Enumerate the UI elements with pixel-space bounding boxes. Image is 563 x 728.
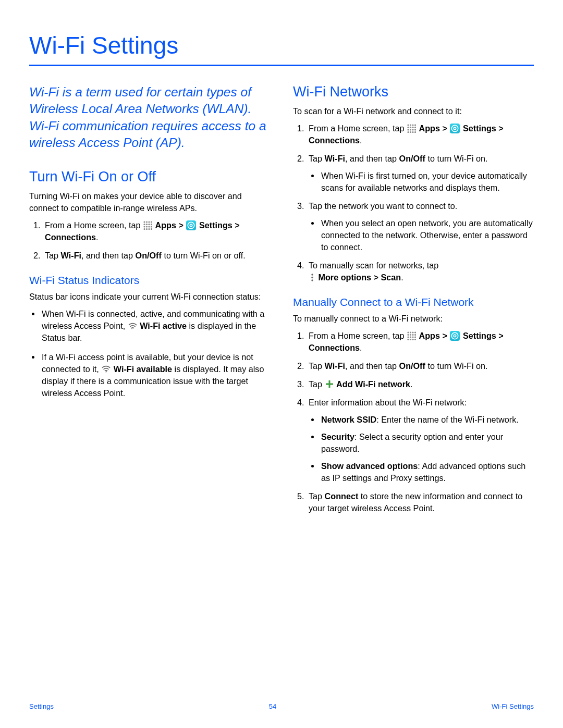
bold: Show advanced options <box>321 461 418 471</box>
list-item: Network SSID: Enter the name of the Wi-F… <box>320 414 534 426</box>
list-item: Security: Select a security option and e… <box>320 431 534 455</box>
paragraph: Turning Wi-Fi on makes your device able … <box>29 190 270 214</box>
two-column-layout: Wi-Fi is a term used for certain types o… <box>29 84 534 521</box>
heading-status-indicators: Wi-Fi Status Indicators <box>29 274 270 287</box>
list-item: When Wi-Fi is connected, active, and com… <box>41 308 270 344</box>
list-item: Tap Connect to store the new information… <box>307 490 534 514</box>
intro-text: Wi-Fi is a term used for certain types o… <box>29 84 270 151</box>
bold: On/Off <box>399 154 425 163</box>
apps-icon <box>143 221 152 230</box>
list-item: Tap Wi-Fi, and then tap On/Off to turn W… <box>43 250 270 262</box>
settings-icon <box>450 331 460 341</box>
text: : Enter the name of the Wi-Fi network. <box>376 415 519 424</box>
page-footer: Settings 54 Wi-Fi Settings <box>29 702 534 710</box>
list-item: Tap Wi-Fi, and then tap On/Off to turn W… <box>307 153 534 194</box>
apps-icon <box>407 124 416 133</box>
footer-left: Settings <box>29 702 54 710</box>
bold: On/Off <box>136 251 162 260</box>
text: Tap <box>309 154 325 163</box>
sub-bullet: When Wi-Fi is first turned on, your devi… <box>309 170 534 194</box>
bullet-list: When Wi-Fi is connected, active, and com… <box>29 308 270 399</box>
text: , and then tap <box>81 251 136 260</box>
bold: Connect <box>325 491 359 501</box>
apps-icon <box>407 331 416 340</box>
list-item: When you select an open network, you are… <box>320 217 534 253</box>
heading-manually-connect: Manually Connect to a Wi-Fi Network <box>293 296 534 309</box>
bold: Wi-Fi <box>325 154 345 163</box>
apps-label: Apps > <box>155 220 186 230</box>
bold: More options > Scan <box>319 273 401 282</box>
bold: Add Wi-Fi network <box>336 379 410 389</box>
text: From a Home screen, tap <box>309 124 407 133</box>
text: , and then tap <box>345 361 399 371</box>
heading-turn-wifi: Turn Wi-Fi On or Off <box>29 169 270 185</box>
text: From a Home screen, tap <box>45 220 143 230</box>
list-item: From a Home screen, tap Apps > Settings … <box>43 219 270 243</box>
paragraph: To scan for a Wi-Fi network and connect … <box>293 105 534 117</box>
sub-bullet: Network SSID: Enter the name of the Wi-F… <box>309 414 534 484</box>
title-divider <box>29 65 534 66</box>
footer-right: Wi-Fi Settings <box>492 702 534 710</box>
list-item: To manually scan for networks, tap More … <box>307 260 534 283</box>
paragraph: Status bar icons indicate your current W… <box>29 291 270 303</box>
right-column: Wi-Fi Networks To scan for a Wi-Fi netwo… <box>293 84 534 521</box>
apps-label: Apps > <box>419 331 450 340</box>
text: Tap <box>309 491 325 501</box>
list-item: When Wi-Fi is first turned on, your devi… <box>320 170 534 194</box>
list-item: Tap Wi-Fi, and then tap On/Off to turn W… <box>307 360 534 372</box>
steps-manual-connect: From a Home screen, tap Apps > Settings … <box>293 330 534 514</box>
bold: Security <box>321 432 354 441</box>
text: To manually scan for networks, tap <box>309 261 438 270</box>
page-title: Wi-Fi Settings <box>29 31 534 59</box>
plus-icon <box>325 379 334 388</box>
list-item: From a Home screen, tap Apps > Settings … <box>307 122 534 146</box>
wifi-available-icon <box>102 365 111 373</box>
text: , and then tap <box>345 154 399 163</box>
text: Tap <box>309 361 325 371</box>
steps-turn-wifi: From a Home screen, tap Apps > Settings … <box>29 219 270 262</box>
bold: Wi-Fi active <box>140 321 187 330</box>
wifi-active-icon <box>128 322 137 329</box>
bold: Wi-Fi <box>325 361 345 371</box>
heading-wifi-networks: Wi-Fi Networks <box>293 84 534 100</box>
settings-icon <box>450 124 460 133</box>
text: From a Home screen, tap <box>309 331 407 340</box>
apps-label: Apps > <box>419 124 450 133</box>
footer-page-number: 54 <box>269 702 276 710</box>
settings-icon <box>186 220 196 230</box>
text: Tap <box>309 379 325 389</box>
text: to turn Wi-Fi on. <box>425 361 488 371</box>
bold: Network SSID <box>321 415 376 424</box>
sub-bullet: When you select an open network, you are… <box>309 217 534 253</box>
bold: On/Off <box>399 361 425 371</box>
text: to turn Wi-Fi on or off. <box>162 251 246 260</box>
list-item: Enter information about the Wi-Fi networ… <box>307 397 534 484</box>
text: Tap <box>45 251 61 260</box>
text: to turn Wi-Fi on. <box>425 154 488 163</box>
list-item: Tap Add Wi-Fi network. <box>307 378 534 390</box>
list-item: Tap the network you want to connect to. … <box>307 200 534 253</box>
bold: Wi-Fi available <box>114 364 172 374</box>
steps-wifi-networks: From a Home screen, tap Apps > Settings … <box>293 122 534 283</box>
list-item: If a Wi-Fi access point is available, bu… <box>41 351 270 399</box>
text: Tap the network you want to connect to. <box>309 201 457 211</box>
more-options-icon <box>309 273 315 282</box>
text: Enter information about the Wi-Fi networ… <box>309 398 467 407</box>
bold: Wi-Fi <box>61 251 81 260</box>
paragraph: To manually connect to a Wi-Fi network: <box>293 313 534 325</box>
list-item: From a Home screen, tap Apps > Settings … <box>307 330 534 354</box>
list-item: Show advanced options: Add advanced opti… <box>320 460 534 484</box>
left-column: Wi-Fi is a term used for certain types o… <box>29 84 270 521</box>
